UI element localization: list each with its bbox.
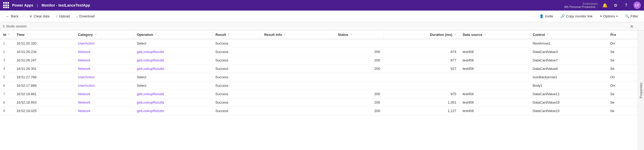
- cell-status: 200: [335, 90, 383, 98]
- settings-icon[interactable]: ⚙: [612, 2, 619, 8]
- cell-status: [335, 73, 383, 81]
- filter-icon: 🔍: [625, 14, 629, 18]
- cell-status: 200: [335, 107, 383, 115]
- column-header-data-source[interactable]: Data source ⌃: [460, 31, 530, 39]
- cell-time: 16:52:17.869: [13, 81, 75, 90]
- table-row[interactable]: 616:52:17.869UserActionSelectSuccessBody…: [0, 81, 644, 90]
- app-name: Power Apps: [12, 3, 33, 7]
- column-header-operation[interactable]: Operation ⌃: [134, 31, 212, 39]
- column-header-control[interactable]: Control ⌃: [529, 31, 607, 39]
- options-button[interactable]: ≡ Options ▾: [597, 13, 620, 20]
- table-row[interactable]: 716:52:18.861NetworkgetLookupResultsSucc…: [0, 90, 644, 98]
- cell-duration: 1,051: [383, 98, 460, 107]
- table-row[interactable]: 316:51:26.247NetworkgetLookupResultsSucc…: [0, 56, 644, 65]
- cell-id: 4: [0, 65, 13, 73]
- studio-session-close-button[interactable]: ✕: [630, 24, 633, 29]
- waffle-menu[interactable]: [3, 2, 9, 8]
- cell-category: Network: [75, 48, 134, 56]
- table-row[interactable]: 516:51:27.768UserActionSelectSuccessIcon…: [0, 73, 644, 81]
- filter-button[interactable]: 🔍 Filter: [622, 13, 641, 20]
- invite-button[interactable]: 👤 Invite: [537, 13, 556, 20]
- cell-control: Body1: [529, 81, 607, 90]
- column-header-category[interactable]: Category ⌃: [75, 31, 134, 39]
- notifications-icon[interactable]: 🔔: [602, 2, 608, 8]
- cell-status: 200: [335, 98, 383, 107]
- cell-id: 7: [0, 90, 13, 98]
- cell-operation: getLookupResults: [134, 48, 212, 56]
- table-row[interactable]: 416:51:26.301NetworkgetLookupResultsSucc…: [0, 65, 644, 73]
- cell-duration: [383, 73, 460, 81]
- cell-duration: 1,127: [383, 107, 460, 115]
- cell-operation: getLookupResults: [134, 56, 212, 65]
- cell-duration: 877: [383, 56, 460, 65]
- copy-monitor-link-button[interactable]: 🔗 Copy monitor link: [558, 13, 595, 20]
- cell-operation: Select: [134, 81, 212, 90]
- cell-data-source: test456: [460, 48, 530, 56]
- table-row[interactable]: 216:51:26.234NetworkgetLookupResultsSucc…: [0, 48, 644, 56]
- cell-control: DataCardValue16: [529, 98, 607, 107]
- cell-data-source: test456: [460, 56, 530, 65]
- cell-time: 16:52:18.953: [13, 98, 75, 107]
- cell-category: Network: [75, 98, 134, 107]
- back-button[interactable]: ← Back: [3, 13, 21, 20]
- cell-operation: getLookupResults: [134, 65, 212, 73]
- cell-category: Network: [75, 90, 134, 98]
- upload-icon: ↑: [56, 14, 58, 18]
- cell-data-source: test456: [460, 90, 530, 98]
- cell-id: 1: [0, 39, 13, 48]
- cell-control: IconBackarrow1: [529, 73, 607, 81]
- cell-result-info: [261, 73, 335, 81]
- title-separator: |: [37, 3, 38, 7]
- column-header-duration[interactable]: Duration (ms) ⌃: [383, 31, 460, 39]
- toolbar-separator-1: [24, 14, 24, 19]
- toolbar: ← Back ✕ Clear data ↑ Upload ↓ Download …: [0, 11, 644, 22]
- cell-status: 200: [335, 65, 383, 73]
- table-row[interactable]: 816:52:18.953NetworkgetLookupResultsSucc…: [0, 98, 644, 107]
- cell-data-source: test456: [460, 65, 530, 73]
- result-info-sort-icon: ⌃: [284, 33, 286, 36]
- column-header-result[interactable]: Result ⌃: [212, 31, 261, 39]
- cell-status: [335, 81, 383, 90]
- cell-category: UserAction: [75, 81, 134, 90]
- properties-label: Properties: [639, 83, 643, 98]
- clear-icon: ✕: [29, 14, 32, 18]
- cell-time: 16:51:25.320: [13, 39, 75, 48]
- cell-control: DataCardValue15: [529, 107, 607, 115]
- cell-result-info: [261, 90, 335, 98]
- cell-data-source: [460, 39, 530, 48]
- cell-time: 16:51:26.247: [13, 56, 75, 65]
- download-icon: ↓: [76, 14, 78, 18]
- cell-status: 200: [335, 48, 383, 56]
- cell-result-info: [261, 65, 335, 73]
- cell-result-info: [261, 81, 335, 90]
- cell-result-info: [261, 56, 335, 65]
- column-header-status[interactable]: Status ⌃: [335, 31, 383, 39]
- toolbar-right: 👤 Invite 🔗 Copy monitor link ≡ Options ▾…: [537, 13, 641, 20]
- cell-control: NextArrow1: [529, 39, 607, 48]
- column-header-time[interactable]: Time ⌃: [13, 31, 75, 39]
- upload-button[interactable]: ↑ Upload: [53, 13, 72, 20]
- cell-time: 16:52:19.025: [13, 107, 75, 115]
- back-arrow-icon: ←: [6, 14, 9, 18]
- data-source-sort-icon: ⌃: [484, 33, 486, 36]
- cell-status: [335, 39, 383, 48]
- help-icon[interactable]: ?: [623, 2, 629, 8]
- table-header-row: Id ⌃ Time ⌃ Category ⌃ Operation ⌃ Resul…: [0, 31, 644, 39]
- clear-data-button[interactable]: ✕ Clear data: [27, 13, 52, 20]
- cell-result: Success: [212, 56, 261, 65]
- download-button[interactable]: ↓ Download: [74, 13, 97, 20]
- table-row[interactable]: 116:51:25.320UserActionSelectSuccessNext…: [0, 39, 644, 48]
- properties-panel-tab[interactable]: Properties: [638, 31, 644, 150]
- column-header-id[interactable]: Id ⌃: [0, 31, 13, 39]
- cell-category: Network: [75, 56, 134, 65]
- cell-id: 9: [0, 107, 13, 115]
- avatar[interactable]: LT: [633, 2, 641, 9]
- column-header-result-info[interactable]: Result info ⌃: [261, 31, 335, 39]
- table-row[interactable]: 916:52:19.025NetworkgetLookupResultsSucc…: [0, 107, 644, 115]
- cell-category: Network: [75, 65, 134, 73]
- environment-name: MS Personal Productivit...: [564, 5, 598, 8]
- environment-display[interactable]: Environment MS Personal Productivit...: [564, 2, 598, 8]
- cell-result-info: [261, 98, 335, 107]
- cell-category: UserAction: [75, 39, 134, 48]
- cell-result-info: [261, 39, 335, 48]
